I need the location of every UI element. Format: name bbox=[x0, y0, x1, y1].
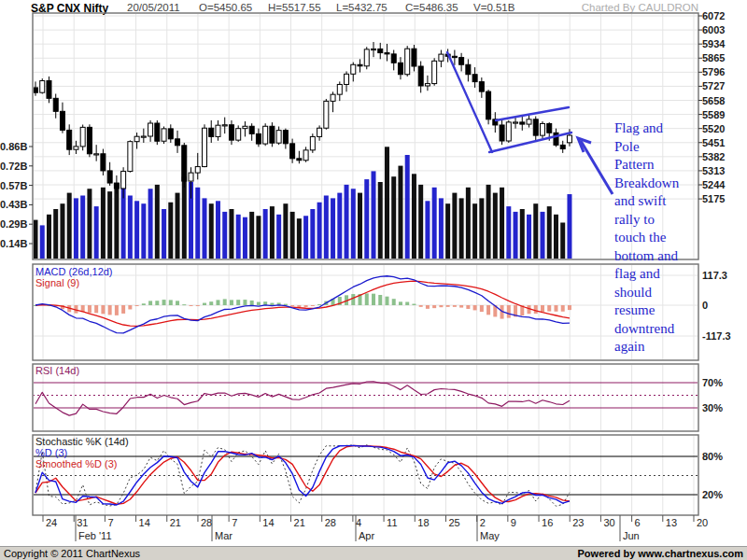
date-tick-label: 11 bbox=[387, 517, 397, 528]
date-tick-label: 7 bbox=[107, 517, 113, 528]
price-axis-label: 5382 bbox=[702, 151, 725, 162]
date-tick-label: 14 bbox=[262, 517, 274, 528]
month-label: Feb '11 bbox=[78, 530, 112, 541]
candlestick-series bbox=[34, 42, 572, 199]
stoch-sd-label: Smoothed %D (3) bbox=[35, 458, 117, 469]
volume-axis-label: 0.72B bbox=[0, 161, 27, 172]
volume-axis-label: 0.29B bbox=[0, 218, 27, 230]
status-bar: Copyright © 2011 ChartNexus Powered by w… bbox=[0, 546, 747, 560]
date-tick-label: 21 bbox=[294, 517, 305, 528]
price-axis-label: 5520 bbox=[702, 123, 725, 134]
price-axis-label: 5451 bbox=[702, 137, 725, 148]
date-tick-label: 31 bbox=[77, 517, 88, 528]
volume-axis-label: 0.86B bbox=[0, 141, 27, 152]
date-tick-label: 9 bbox=[511, 517, 516, 528]
copyright-text: Copyright © 2011 ChartNexus bbox=[4, 548, 140, 559]
macd-axis-label: 117.3 bbox=[702, 270, 727, 281]
powered-by-link[interactable]: Powered by www.chartnexus.com bbox=[578, 548, 743, 559]
macd-panel-series bbox=[34, 276, 571, 333]
price-axis-label: 5589 bbox=[702, 109, 725, 120]
volume-axis-label: 0.43B bbox=[0, 199, 27, 210]
rsi-panel-series bbox=[33, 382, 698, 415]
volume-axis-label: 0.57B bbox=[0, 180, 27, 191]
macd-label: MACD (26d,12d) bbox=[35, 266, 113, 277]
volume-series bbox=[34, 147, 572, 259]
signal-label: Signal (9) bbox=[35, 277, 79, 288]
month-label: Mar bbox=[215, 530, 233, 541]
date-tick-label: 25 bbox=[448, 517, 459, 528]
price-axis-label: 5796 bbox=[702, 66, 725, 77]
date-tick-label: 6 bbox=[635, 517, 641, 528]
price-axis-label: 5658 bbox=[702, 95, 725, 106]
stochastic-panel-series bbox=[33, 445, 698, 506]
price-axis-label: 5865 bbox=[702, 52, 725, 63]
price-axis-label: 5313 bbox=[702, 165, 725, 176]
date-tick-label: 28 bbox=[201, 517, 212, 528]
macd-axis-label: -117.3 bbox=[702, 330, 731, 342]
month-label: May bbox=[480, 530, 500, 541]
date-tick-label: 20 bbox=[697, 517, 708, 528]
date-tick-label: 4 bbox=[356, 517, 361, 528]
stoch-k-label: Stochastic %K (14d) bbox=[35, 436, 129, 447]
date-tick-label: 30 bbox=[603, 517, 614, 528]
pattern-annotation-text[interactable]: Flag andPolePatternBreakdownand swiftral… bbox=[614, 119, 704, 357]
rsi-label: RSI (14d) bbox=[35, 365, 79, 376]
stoch-d-label: %D (3) bbox=[35, 447, 67, 458]
month-label: Jun bbox=[623, 530, 640, 541]
price-axis-label: 6003 bbox=[702, 24, 725, 35]
price-axis-label: 5175 bbox=[702, 193, 725, 204]
date-tick-label: 21 bbox=[170, 517, 181, 528]
price-axis-label: 5244 bbox=[702, 179, 725, 190]
stoch-axis-label: 20% bbox=[702, 489, 723, 500]
volume-axis-label: 0.14B bbox=[0, 238, 27, 249]
stoch-axis-label: 80% bbox=[702, 451, 723, 462]
date-tick-label: 18 bbox=[417, 517, 429, 528]
date-tick-label: 16 bbox=[542, 517, 553, 528]
price-axis-label: 6072 bbox=[702, 10, 725, 21]
macd-axis-label: 0 bbox=[702, 300, 708, 311]
price-axis-label: 5934 bbox=[702, 38, 725, 49]
rsi-axis-label: 70% bbox=[702, 377, 723, 388]
date-tick-label: 7 bbox=[232, 517, 237, 528]
date-tick-label: 28 bbox=[325, 517, 336, 528]
date-tick-label: 14 bbox=[139, 517, 150, 528]
month-label: Apr bbox=[359, 530, 374, 541]
date-tick-label: 2 bbox=[480, 517, 486, 528]
chartnexus-window: S&P CNX Nifty 20/05/2011 O=5450.65 H=551… bbox=[0, 0, 747, 560]
price-axis-label: 5727 bbox=[702, 80, 725, 91]
date-tick-label: 24 bbox=[46, 517, 57, 528]
date-tick-label: 23 bbox=[572, 517, 584, 528]
date-tick-label: 13 bbox=[666, 517, 677, 528]
rsi-axis-label: 30% bbox=[702, 402, 723, 413]
